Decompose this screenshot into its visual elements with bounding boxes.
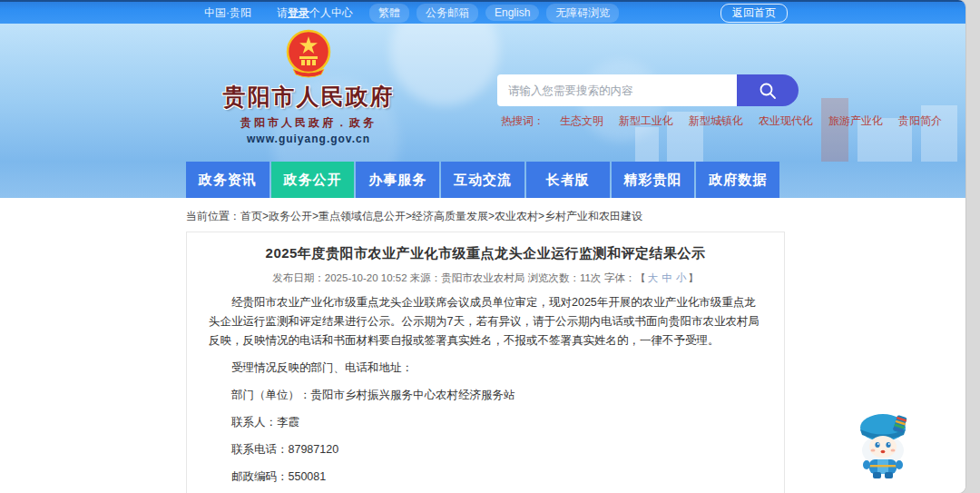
article-body: 经贵阳市农业产业化市级重点龙头企业联席会议成员单位审定，现对2025年开展的农业… xyxy=(209,293,762,493)
nav-tab-政务资讯[interactable]: 政务资讯 xyxy=(186,162,270,198)
article-paragraph: 联系人：李霞 xyxy=(209,413,762,432)
hot-search-term[interactable]: 新型城镇化 xyxy=(689,113,743,129)
site-logo[interactable]: 贵阳市人民政府 贵阳市人民政府．政务 www.guiyang.gov.cn xyxy=(209,29,408,145)
hot-search-term[interactable]: 农业现代化 xyxy=(759,113,813,129)
font-close: 】 xyxy=(688,272,699,283)
nav-tab-办事服务[interactable]: 办事服务 xyxy=(356,162,439,198)
search-icon xyxy=(758,81,778,101)
views-value: 11次 xyxy=(580,272,601,283)
source-value: 贵阳市农业农村局 xyxy=(441,272,524,283)
site-subtitle: 贵阳市人民政府．政务 xyxy=(209,115,408,131)
site-header: 贵阳市人民政府 贵阳市人民政府．政务 www.guiyang.gov.cn 热搜… xyxy=(0,24,965,162)
content: 当前位置：首页>政务公开>重点领域信息公开>经济高质量发展>农业农村>乡村产业和… xyxy=(0,198,965,493)
article-paragraph: 受理情况反映的部门、电话和地址： xyxy=(209,359,762,378)
browser-page: 中国·贵阳请登录个人中心繁體公务邮箱English无障碍浏览 返回首页 贵阳市人… xyxy=(0,0,965,493)
article-paragraph: 联系电话：87987120 xyxy=(209,440,762,459)
topbar-login-link[interactable]: 请登录个人中心 xyxy=(268,4,362,23)
topbar-link[interactable]: 无障碍浏览 xyxy=(546,4,619,23)
article-meta: 发布日期：2025-10-20 10:52 来源：贵阳市农业农村局 浏览次数：1… xyxy=(209,271,762,285)
search-bar xyxy=(497,74,799,106)
cityscape-decor xyxy=(821,98,848,162)
mascot-widget[interactable] xyxy=(853,409,913,481)
topbar-links: 中国·贵阳请登录个人中心繁體公务邮箱English无障碍浏览 xyxy=(195,4,619,23)
back-to-home-button[interactable]: 返回首页 xyxy=(720,4,788,23)
nav-tab-政务公开[interactable]: 政务公开 xyxy=(271,162,355,198)
font-size-controls: 大中小 xyxy=(646,272,689,283)
cityscape-decor xyxy=(635,127,659,162)
nav-tab-精彩贵阳[interactable]: 精彩贵阳 xyxy=(612,162,695,198)
hot-search: 热搜词： 生态文明新型工业化新型城镇化农业现代化旅游产业化贵阳简介 xyxy=(501,113,942,129)
breadcrumb-label: 当前位置： xyxy=(186,210,240,222)
site-name: 贵阳市人民政府 xyxy=(209,82,408,112)
source-label: 来源： xyxy=(410,272,442,283)
breadcrumb: 当前位置：首页>政务公开>重点领域信息公开>经济高质量发展>农业农村>乡村产业和… xyxy=(0,198,965,232)
search-button[interactable] xyxy=(737,74,799,106)
article-paragraph: 邮政编码：550081 xyxy=(209,468,762,487)
topbar: 中国·贵阳请登录个人中心繁體公务邮箱English无障碍浏览 返回首页 xyxy=(0,0,965,24)
breadcrumb-path[interactable]: 首页>政务公开>重点领域信息公开>经济高质量发展>农业农村>乡村产业和农田建设 xyxy=(240,210,642,222)
nav-tab-长者版[interactable]: 长者版 xyxy=(526,162,610,198)
site-url: www.guiyang.gov.cn xyxy=(209,133,408,145)
national-emblem-icon xyxy=(284,29,333,80)
hot-search-term[interactable]: 贵阳简介 xyxy=(898,113,942,129)
main-nav: 政务资讯政务公开办事服务互动交流长者版精彩贵阳政府数据 xyxy=(0,162,965,198)
nav-tab-政府数据[interactable]: 政府数据 xyxy=(696,162,779,198)
nav-tab-互动交流[interactable]: 互动交流 xyxy=(441,162,524,198)
hot-search-label: 热搜词： xyxy=(501,113,544,129)
font-open: 【 xyxy=(635,272,646,283)
hot-search-term[interactable]: 新型工业化 xyxy=(619,113,673,129)
font-label: 字体： xyxy=(604,272,636,283)
article-box: 2025年度贵阳市农业产业化市级重点龙头企业运行监测和评定结果公示 发布日期：2… xyxy=(186,232,785,493)
topbar-link[interactable]: 中国·贵阳 xyxy=(195,4,260,23)
article-paragraph: 部门（单位）：贵阳市乡村振兴服务中心农村经济服务站 xyxy=(209,386,762,405)
hot-search-term[interactable]: 生态文明 xyxy=(560,113,603,129)
article-title: 2025年度贵阳市农业产业化市级重点龙头企业运行监测和评定结果公示 xyxy=(209,245,762,262)
search-input[interactable] xyxy=(497,74,737,106)
topbar-link[interactable]: 繁體 xyxy=(369,4,409,23)
font-size-button[interactable]: 小 xyxy=(676,272,687,283)
publish-date: 2025-10-20 10:52 xyxy=(325,272,407,283)
font-size-button[interactable]: 中 xyxy=(662,272,672,283)
publish-label: 发布日期： xyxy=(272,272,325,283)
topbar-link[interactable]: 公务邮箱 xyxy=(416,4,478,23)
views-label: 浏览次数： xyxy=(528,272,581,283)
article-paragraph: 经贵阳市农业产业化市级重点龙头企业联席会议成员单位审定，现对2025年开展的农业… xyxy=(209,293,762,350)
hot-search-term[interactable]: 旅游产业化 xyxy=(828,113,883,129)
topbar-link[interactable]: English xyxy=(485,5,539,21)
font-size-button[interactable]: 大 xyxy=(648,272,659,283)
